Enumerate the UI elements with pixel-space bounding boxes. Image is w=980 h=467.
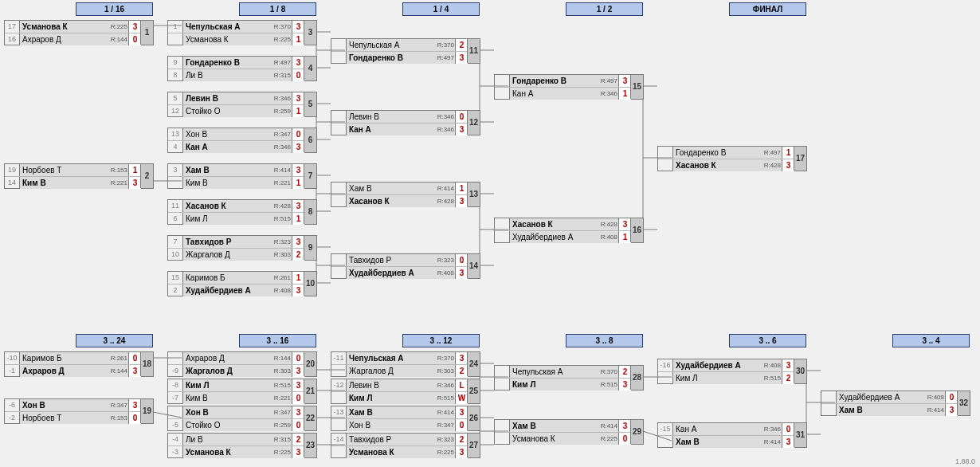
player-name: Норбоев Т <box>19 412 115 424</box>
match-row: 1Чепульская АR:3703 <box>168 21 316 33</box>
score: 2 <box>455 365 468 377</box>
match-row: 11Хасанов КR:4283 <box>168 200 316 212</box>
score: 3 <box>292 379 304 391</box>
match-row: Гондаренко ВR:4973 <box>495 75 643 87</box>
match-number: 5 <box>304 92 316 116</box>
score: 0 <box>782 423 794 435</box>
match: -15Кан АR:3460Хам ВR:414331 <box>657 422 807 448</box>
rating: R:221 <box>269 392 292 404</box>
round-header: 3 .. 24 <box>76 334 153 347</box>
seed <box>495 88 509 100</box>
rating: R:414 <box>432 406 456 418</box>
seed <box>495 379 509 390</box>
match-row: Ким ЛR:515W <box>331 391 480 404</box>
match-row: -10Каримов БR:2610 <box>5 352 153 364</box>
match-number: 3 <box>304 21 316 45</box>
player-name: Гондаренко В <box>509 75 605 87</box>
match-row: -16Худайбердиев АR:4083 <box>658 359 806 371</box>
player-name: Левин В <box>346 379 441 391</box>
score: 3 <box>945 404 958 416</box>
match-number: 30 <box>794 359 806 383</box>
match-row: Левин ВR:3460 <box>331 111 480 123</box>
rating: R:428 <box>759 159 782 171</box>
match: -11Чепульская АR:3703Жаргалов ДR:303224 <box>331 351 480 377</box>
match: Хам ВR:4143Усманова КR:225029 <box>494 419 644 445</box>
round-header: 3 .. 12 <box>402 334 480 347</box>
rating: R:408 <box>432 267 456 279</box>
seed <box>331 124 346 135</box>
round-header: ФИНАЛ <box>729 2 806 16</box>
score: W <box>455 392 468 404</box>
score: 3 <box>782 359 794 371</box>
match-row: -12Левин ВR:346L <box>331 379 480 391</box>
rating: R:259 <box>269 105 292 117</box>
score: 3 <box>455 52 468 64</box>
player-name: Хасанов К <box>182 200 278 212</box>
score: 0 <box>455 419 468 431</box>
match: Хасанов КR:4283Худайбердиев АR:408116 <box>494 218 644 243</box>
match-row: 8Ли ВR:3150 <box>168 69 316 81</box>
rating: R:414 <box>269 164 292 176</box>
rating: R:428 <box>269 200 292 212</box>
rating: R:303 <box>432 365 456 377</box>
rating: R:144 <box>105 365 129 377</box>
score: 2 <box>455 434 468 445</box>
match: 5Левин ВR:346312Стойко ОR:25915 <box>167 92 317 117</box>
rating: R:225 <box>432 446 456 458</box>
player-name: Тавхидов Р <box>182 236 278 248</box>
rating: R:414 <box>595 420 619 432</box>
match-row: Усманова КR:2250 <box>495 432 643 445</box>
player-name: Ким Л <box>182 213 278 225</box>
match-row: Хон ВR:3473 <box>168 406 316 418</box>
match-number: 2 <box>140 164 153 188</box>
player-name: Гондаренко В <box>346 52 441 64</box>
seed <box>495 366 509 378</box>
seed <box>331 39 346 51</box>
seed: 4 <box>168 141 182 153</box>
match-row: Хасанов КR:4283 <box>495 218 643 230</box>
match-row: 4Кан АR:3463 <box>168 140 316 153</box>
match-row: -6Хон ВR:3473 <box>5 399 153 411</box>
rating: R:346 <box>759 423 782 435</box>
match: -12Левин ВR:346LКим ЛR:515W25 <box>331 379 480 404</box>
version-label: 1.88.0 <box>955 457 975 465</box>
match-row: Жаргалов ДR:3032 <box>331 364 480 377</box>
seed: -11 <box>331 352 346 364</box>
rating: R:303 <box>269 249 292 261</box>
rating: R:515 <box>595 379 619 390</box>
score: 3 <box>128 177 141 189</box>
match-row: -9Жаргалов ДR:3033 <box>168 364 316 377</box>
score: 3 <box>455 267 468 279</box>
score: 0 <box>292 128 304 140</box>
match: -8Ким ЛR:5153-7Ким ВR:221021 <box>167 379 317 404</box>
match-number: 4 <box>304 57 316 80</box>
score: 0 <box>128 412 141 424</box>
seed: -2 <box>5 412 19 424</box>
rating: R:515 <box>269 379 292 391</box>
score: 1 <box>455 182 468 194</box>
player-name: Кан А <box>509 88 605 100</box>
score: 3 <box>455 195 468 207</box>
match-row: Чепульская АR:3702 <box>331 39 480 51</box>
match: 13Хон ВR:34704Кан АR:34636 <box>167 128 317 153</box>
match: Гондаренко ВR:4973Кан АR:346115 <box>494 74 644 100</box>
rating: R:346 <box>432 124 456 135</box>
player-name: Худайбердиев А <box>509 231 605 243</box>
player-name: Худайбердиев А <box>836 391 931 403</box>
match: -4Ли ВR:3152-3Усманова КR:225323 <box>167 433 317 458</box>
seed: 14 <box>5 177 19 189</box>
rating: R:346 <box>432 379 456 391</box>
seed <box>331 392 346 404</box>
match-row: Усманова КR:2251 <box>168 33 316 45</box>
match-row: Чепульская АR:3702 <box>495 366 643 378</box>
player-name: Хон В <box>182 128 278 140</box>
rating: R:414 <box>759 436 782 448</box>
player-name: Гондаренко В <box>672 147 768 159</box>
score: 0 <box>128 33 141 45</box>
player-name: Ахраров Д <box>19 33 115 45</box>
match: 11Хасанов КR:42836Ким ЛR:51518 <box>167 199 317 225</box>
match: Чепульская АR:3702Ким ЛR:515328 <box>494 365 644 390</box>
match-row: -3Усманова КR:2253 <box>168 445 316 458</box>
player-name: Хон В <box>346 419 441 431</box>
match-row: 3Хам ВR:4143 <box>168 164 316 176</box>
